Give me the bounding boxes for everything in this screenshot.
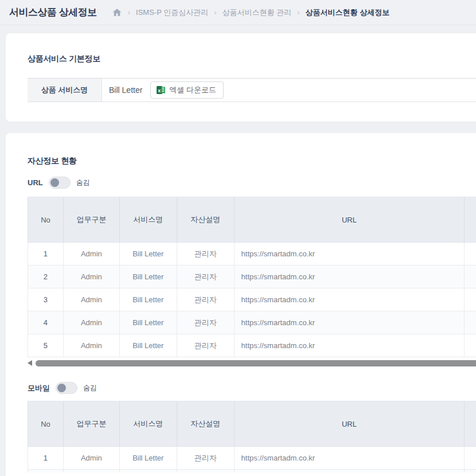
cell-category: Admin (64, 243, 120, 266)
breadcrumb-item-product-service[interactable]: 상품서비스현황 관리 (223, 7, 292, 18)
top-bar: 서비스상품 상세정보 › ISMS-P 인증심사관리 › 상품서비스현황 관리 … (0, 0, 476, 25)
basic-info-title: 상품서비스 기본정보 (28, 54, 476, 64)
breadcrumb-item-isms[interactable]: ISMS-P 인증심사관리 (136, 7, 208, 18)
cell-no: 1 (28, 447, 64, 470)
cell-url: https://smartadm.co.kr (235, 334, 465, 357)
cell-category: Admin (64, 266, 120, 288)
cell-no: 4 (28, 311, 64, 334)
cell-cutoff (465, 447, 476, 470)
scrollbar-thumb[interactable] (36, 360, 476, 366)
asset-info-card: 자산정보 현황 URL 숨김 No 업무구분 서비스명 자산설명 URL 1 A… (6, 133, 476, 476)
table-row: 4 Admin Bill Letter 관리자 https://smartadm… (28, 311, 476, 334)
column-header-url: URL (235, 197, 465, 243)
column-header-service: 서비스명 (120, 401, 177, 447)
cell-category: Admin (64, 447, 120, 470)
cell-url: https://smartadm.co.kr (235, 311, 465, 334)
url-section-label: URL (28, 178, 43, 187)
mobile-asset-table: No 업무구분 서비스명 자산설명 URL 1 Admin Bill Lette… (28, 401, 476, 473)
cell-cutoff (465, 334, 476, 357)
table-row: 3 Admin Bill Letter 관리자 https://smartadm… (28, 288, 476, 311)
svg-text:x: x (158, 88, 161, 93)
basic-info-row: 상품 서비스명 Bill Letter x 엑셀 다운로드 (28, 78, 476, 102)
table-row: 1 Admin Bill Letter 관리자 https://smartadm… (28, 243, 476, 266)
column-header-url: URL (235, 401, 465, 447)
cell-category: Admin (64, 311, 120, 334)
cell-cutoff (465, 266, 476, 288)
column-header-category: 업무구분 (64, 197, 120, 243)
product-service-name-value: Bill Letter (109, 85, 142, 95)
cell-url: https://smartadm.co.kr (235, 266, 465, 288)
asset-info-title: 자산정보 현황 (28, 156, 476, 166)
column-header-cutoff (465, 197, 476, 243)
cell-cutoff (465, 243, 476, 266)
column-header-description: 자산설명 (177, 401, 235, 447)
excel-icon: x (157, 85, 166, 95)
column-header-category: 업무구분 (64, 401, 120, 447)
cell-url: https://smartadm.co.kr (235, 288, 465, 311)
cell-description: 관리자 (177, 266, 235, 288)
toggle-knob-icon (50, 178, 59, 187)
horizontal-scrollbar (28, 359, 476, 367)
excel-button-label: 엑셀 다운로드 (169, 85, 216, 95)
url-asset-table: No 업무구분 서비스명 자산설명 URL 1 Admin Bill Lette… (28, 197, 476, 357)
cell-description: 관리자 (177, 447, 235, 470)
cell-no: 1 (28, 243, 64, 266)
cell-category: Admin (64, 288, 120, 311)
table-row-partial (28, 470, 476, 473)
url-toggle-state-label: 숨김 (76, 178, 90, 188)
excel-download-button[interactable]: x 엑셀 다운로드 (150, 81, 224, 99)
cell-service: Bill Letter (120, 311, 177, 334)
mobile-section-label: 모바일 (28, 383, 50, 393)
cell-no: 3 (28, 288, 64, 311)
cell-no: 2 (28, 266, 64, 288)
mobile-hide-toggle[interactable] (56, 382, 77, 394)
breadcrumb: › ISMS-P 인증심사관리 › 상품서비스현황 관리 › 상품서비스현황 상… (112, 7, 389, 18)
column-header-description: 자산설명 (177, 197, 235, 243)
breadcrumb-separator: › (128, 8, 130, 17)
cell-service: Bill Letter (120, 266, 177, 288)
cell-category: Admin (64, 334, 120, 357)
breadcrumb-separator: › (297, 8, 299, 17)
cell-description: 관리자 (177, 334, 235, 357)
table-header-row: No 업무구분 서비스명 자산설명 URL (28, 197, 476, 243)
mobile-toggle-state-label: 숨김 (83, 383, 97, 393)
mobile-section-header: 모바일 숨김 (28, 382, 476, 394)
cell-service: Bill Letter (120, 447, 177, 470)
home-icon[interactable] (112, 7, 122, 18)
scroll-left-arrow-icon[interactable] (28, 360, 32, 366)
cell-description: 관리자 (177, 288, 235, 311)
column-header-cutoff (465, 401, 476, 447)
breadcrumb-item-current: 상품서비스현황 상세정보 (306, 7, 390, 18)
cell-description: 관리자 (177, 311, 235, 334)
toggle-knob-icon (57, 384, 66, 392)
cell-service: Bill Letter (120, 334, 177, 357)
breadcrumb-separator: › (214, 8, 216, 17)
page-title: 서비스상품 상세정보 (9, 6, 97, 19)
cell-service: Bill Letter (120, 288, 177, 311)
cell-url: https://smartadm.co.kr (235, 447, 465, 470)
basic-info-card: 상품서비스 기본정보 상품 서비스명 Bill Letter x 엑셀 다운로드 (6, 33, 476, 122)
url-section-header: URL 숨김 (28, 177, 476, 189)
cell-cutoff (465, 288, 476, 311)
table-header-row: No 업무구분 서비스명 자산설명 URL (28, 401, 476, 447)
column-header-service: 서비스명 (120, 197, 177, 243)
cell-service: Bill Letter (120, 243, 177, 266)
product-service-name-label: 상품 서비스명 (28, 79, 102, 102)
cell-no: 5 (28, 334, 64, 357)
cell-description: 관리자 (177, 243, 235, 266)
column-header-no: No (28, 197, 64, 243)
url-hide-toggle[interactable] (49, 177, 71, 189)
table-row: 1 Admin Bill Letter 관리자 https://smartadm… (28, 447, 476, 470)
table-row: 2 Admin Bill Letter 관리자 https://smartadm… (28, 266, 476, 288)
column-header-no: No (28, 401, 64, 447)
table-row: 5 Admin Bill Letter 관리자 https://smartadm… (28, 334, 476, 357)
cell-url: https://smartadm.co.kr (235, 243, 465, 266)
cell-cutoff (465, 311, 476, 334)
